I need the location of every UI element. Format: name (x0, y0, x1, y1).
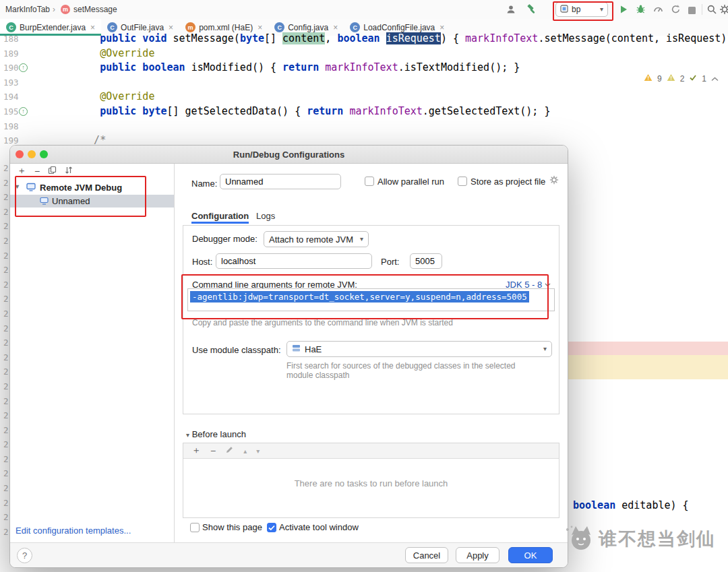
help-button[interactable]: ? (17, 548, 32, 563)
edit-task-pencil-icon[interactable] (225, 445, 234, 456)
line-number: 198 (3, 121, 19, 131)
build-hammer-icon[interactable] (526, 4, 537, 15)
code-text: @Override (69, 90, 154, 102)
profiler-icon[interactable] (653, 4, 664, 15)
chevron-down-icon: ▾ (186, 431, 189, 439)
line-number: 195 (3, 106, 19, 117)
zoom-window-button[interactable] (40, 150, 48, 158)
copy-configuration-icon[interactable] (48, 166, 57, 177)
tab-configuration[interactable]: Configuration (191, 208, 249, 224)
close-icon[interactable]: × (333, 23, 338, 32)
class-file-icon: C (107, 22, 117, 32)
close-window-button[interactable] (16, 150, 24, 158)
line-number-clipped: 2 (3, 251, 9, 265)
module-classpath-value: HaE (305, 344, 322, 354)
breadcrumb-separator: › (53, 5, 55, 14)
line-number-clipped: 2 (3, 309, 9, 323)
line-number-clipped: 2 (3, 192, 9, 207)
check-icon (689, 73, 697, 84)
classpath-help-line-1: First search for sources of the debugged… (286, 361, 516, 371)
debugger-mode-label: Debugger mode: (192, 233, 257, 245)
warning-count: 9 (657, 74, 662, 84)
classpath-label: Use module classpath: (192, 344, 281, 356)
chevron-up-icon[interactable] (711, 74, 719, 84)
remove-configuration-button[interactable]: − (34, 166, 40, 177)
before-launch-header[interactable]: ▾ Before launch (186, 429, 246, 439)
close-icon[interactable]: × (169, 23, 173, 32)
line-number-clipped: 2 (3, 468, 9, 483)
breadcrumb-method[interactable]: setMessage (73, 5, 117, 14)
code-line: 194 @Override (0, 90, 728, 104)
line-number-clipped: 2 (3, 236, 9, 251)
line-number-clipped: 2 (3, 294, 9, 309)
store-as-project-file-checkbox[interactable] (458, 177, 467, 186)
move-up-icon[interactable]: ▴ (243, 447, 247, 455)
code-lines: 188 public void setMessage(byte[] conten… (0, 32, 728, 148)
class-file-icon: C (6, 22, 16, 32)
line-number: 189 (3, 49, 19, 59)
minimize-window-button[interactable] (28, 150, 36, 158)
port-input[interactable] (410, 253, 442, 269)
line-number-clipped: 2 (3, 454, 9, 469)
code-text: public boolean isModified() { return mar… (69, 61, 520, 73)
host-label: Host: (192, 256, 212, 268)
store-options-gear-icon[interactable] (549, 175, 559, 187)
line-number: 194 (3, 92, 19, 102)
edit-configuration-templates-link[interactable]: Edit configuration templates... (16, 526, 131, 536)
watermark: 谁不想当剑仙 (564, 524, 716, 554)
apply-button[interactable]: Apply (456, 547, 499, 563)
line-number-clipped: 2 (3, 352, 9, 367)
line-number-clipped: 2 (3, 396, 9, 411)
name-label: Name: (191, 178, 217, 190)
show-this-page-checkbox[interactable] (190, 523, 200, 532)
line-number-clipped: 2 (3, 527, 9, 542)
line-number-clipped: 2 (3, 265, 9, 280)
annotation-box-tree-selection (15, 176, 146, 217)
debug-button[interactable] (636, 4, 646, 15)
line-number-clipped: 2 (3, 221, 9, 236)
activate-tool-window-checkbox[interactable] (267, 523, 276, 532)
settings-gear-icon[interactable] (719, 4, 728, 15)
code-line: 195↑ public byte[] getSelectedData() { r… (0, 104, 728, 119)
class-file-icon: C (274, 22, 284, 32)
sort-configurations-icon[interactable] (65, 166, 73, 177)
overriding-method-icon[interactable]: ↑ (19, 63, 28, 72)
rerun-icon[interactable] (671, 4, 681, 15)
dialog-title-bar[interactable]: Run/Debug Configurations (10, 146, 568, 164)
name-input[interactable] (220, 174, 341, 189)
host-input[interactable] (216, 253, 372, 269)
close-icon[interactable]: × (439, 23, 444, 32)
user-icon[interactable] (506, 4, 516, 15)
line-number-clipped: 2 (3, 439, 9, 454)
line-number-clipped: 2 (3, 178, 9, 193)
annotation-box-cmd-args (181, 274, 549, 319)
remove-task-button[interactable]: − (210, 445, 216, 456)
toolbar-divider (702, 4, 702, 15)
dialog-footer: ? Cancel Apply OK (10, 542, 568, 567)
debugger-mode-value: Attach to remote JVM (269, 234, 353, 245)
line-number-clipped: 2 (3, 381, 9, 396)
line-number: 190 (3, 63, 19, 73)
stop-button[interactable] (688, 5, 698, 16)
allow-parallel-run-checkbox[interactable] (365, 177, 374, 186)
cmd-args-help-text: Copy and paste the arguments to the comm… (192, 318, 453, 327)
move-down-icon[interactable]: ▾ (256, 447, 260, 455)
tab-label: BurpExtender.java (20, 23, 86, 32)
watermark-cat-logo (564, 524, 595, 554)
close-icon[interactable]: × (257, 23, 262, 32)
run-button[interactable] (619, 5, 630, 15)
add-task-button[interactable]: ＋ (191, 445, 201, 457)
breadcrumb-root[interactable]: MarkInfoTab (5, 5, 50, 14)
close-icon[interactable]: × (90, 23, 95, 32)
overriding-method-icon[interactable]: ↑ (19, 107, 28, 116)
inspections-widget[interactable]: 9 2 1 (644, 73, 719, 84)
debugger-mode-combo[interactable]: Attach to remote JVM ▾ (264, 231, 369, 247)
search-icon[interactable] (706, 4, 717, 15)
module-classpath-combo[interactable]: HaE ▾ (286, 341, 552, 357)
ok-button[interactable]: OK (508, 547, 553, 563)
tab-logs[interactable]: Logs (256, 208, 275, 224)
weak-warning-count: 2 (680, 74, 685, 84)
tab-label: pom.xml (HaE) (199, 23, 253, 32)
main-toolbar: MarkInfoTab › m setMessage bp ▾ (0, 0, 728, 20)
cancel-button[interactable]: Cancel (405, 547, 448, 563)
